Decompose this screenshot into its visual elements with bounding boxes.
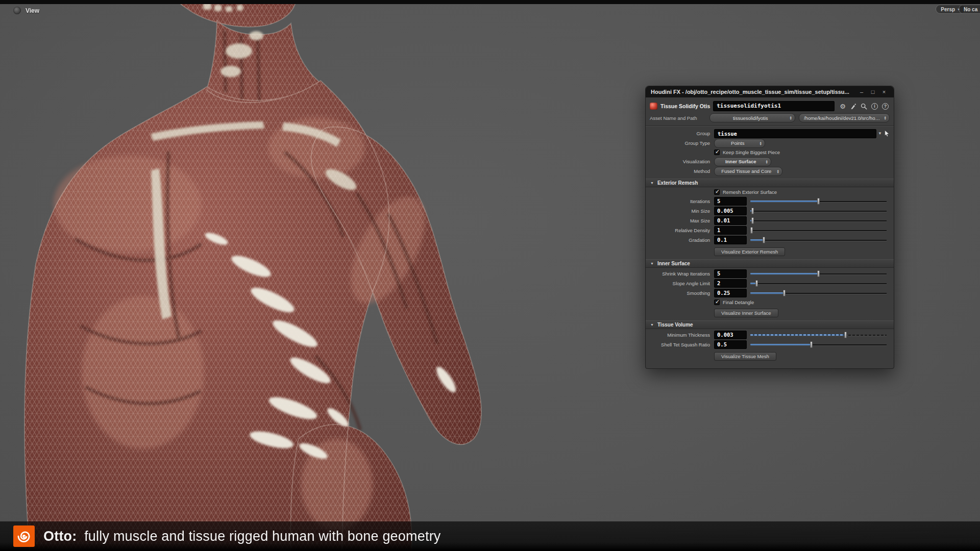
persp-label: Persp: [941, 7, 955, 12]
gear-icon[interactable]: ⚙: [840, 103, 846, 110]
gradation-value-field[interactable]: 0.1: [714, 236, 747, 244]
gradation-slider[interactable]: [750, 236, 887, 244]
group-input[interactable]: tissue: [714, 129, 876, 138]
slider-handle[interactable]: [817, 198, 820, 205]
param-label: Max Size: [650, 218, 714, 223]
slider-track: [750, 220, 887, 222]
slider-handle[interactable]: [751, 217, 754, 224]
group-label: Group: [650, 131, 714, 136]
spinner-icon[interactable]: [884, 116, 887, 120]
button-row: Visualize Inner Surface: [714, 308, 890, 317]
remesh-exterior-surface-checkbox-row[interactable]: Remesh Exterior Surface: [714, 189, 890, 195]
asset-name-select[interactable]: tissuesolidifyotis: [709, 113, 795, 122]
smoothing-value-field[interactable]: 0.25: [714, 289, 747, 297]
min-size-slider[interactable]: [750, 207, 887, 215]
caption-text: Otto: fully muscle and tissue rigged hum…: [43, 529, 441, 544]
min-size-value-field[interactable]: 0.005: [714, 207, 747, 215]
checkbox-checked-icon[interactable]: [714, 299, 720, 305]
final-detangle-checkbox-label: Final Detangle: [723, 299, 754, 305]
visualization-select[interactable]: Inner Surface: [714, 157, 771, 166]
slider-handle[interactable]: [763, 237, 765, 243]
node-type-label: Tissue Solidify Otis: [660, 103, 710, 109]
relative-density-value-field[interactable]: 1: [714, 226, 747, 235]
slope-angle-limit-slider[interactable]: [750, 280, 887, 287]
minimum-thickness-slider[interactable]: [750, 331, 887, 339]
shell-tet-squash-ratio-slider[interactable]: [750, 341, 887, 348]
group-type-select[interactable]: Points: [714, 139, 765, 148]
max-size-slider[interactable]: [750, 217, 887, 224]
group-select-pointer-icon[interactable]: [885, 130, 890, 138]
slope-angle-limit-value-field[interactable]: 2: [714, 279, 747, 288]
slider-fill: [750, 239, 764, 241]
method-row: Method Fused Tissue and Core: [650, 167, 890, 176]
button-row: Visualize Tissue Mesh: [714, 351, 890, 361]
slider-fill: [750, 292, 785, 294]
param-label: Min Size: [650, 208, 714, 214]
section-header-inner-surface[interactable]: Inner Surface: [646, 259, 894, 268]
window-titlebar[interactable]: Houdini FX - /obj/otto_recipe/otto_muscl…: [646, 86, 894, 97]
asset-path-value: /home/kai/houdini/dev21.0/src/houdini/su…: [804, 115, 881, 121]
brush-icon[interactable]: [850, 103, 856, 110]
minimum-thickness-value-field[interactable]: 0.003: [714, 331, 747, 339]
magnifier-icon[interactable]: [861, 103, 867, 110]
checkbox-checked-icon[interactable]: [714, 189, 720, 195]
method-select[interactable]: Fused Tissue and Core: [714, 167, 782, 176]
slider-handle[interactable]: [817, 270, 820, 277]
section-header-tissue-volume[interactable]: Tissue Volume: [646, 320, 894, 329]
slider-handle[interactable]: [750, 227, 753, 234]
collapse-triangle-icon: [650, 262, 654, 265]
spinner-icon[interactable]: [777, 169, 779, 173]
close-button[interactable]: ×: [879, 86, 889, 97]
spinner-icon[interactable]: [790, 116, 792, 120]
group-type-row: Group Type Points: [650, 139, 890, 147]
caption-bar: Otto: fully muscle and tissue rigged hum…: [0, 521, 980, 551]
visualization-row: Visualization Inner Surface: [650, 157, 890, 166]
slider-handle[interactable]: [783, 290, 786, 296]
keep-single-checkbox-row[interactable]: Keep Single Biggest Piece: [714, 149, 890, 156]
node-name-input[interactable]: tissuesolidifyotis1: [713, 101, 835, 111]
asset-path-select[interactable]: /home/kai/houdini/dev21.0/src/houdini/su…: [799, 113, 890, 122]
method-value: Fused Tissue and Core: [719, 168, 774, 174]
minimize-button[interactable]: –: [857, 86, 866, 97]
relative-density-slider[interactable]: [750, 227, 887, 234]
param-label: Relative Density: [650, 228, 714, 233]
spinner-icon[interactable]: [766, 160, 768, 164]
section-inner-surface: Inner SurfaceShrink Wrap Iterations5Slop…: [650, 259, 890, 317]
camera-button[interactable]: No ca: [959, 5, 980, 14]
window-title: Houdini FX - /obj/otto_recipe/otto_muscl…: [651, 89, 855, 95]
group-dropdown-arrow-icon[interactable]: ▼: [876, 131, 884, 136]
dialog-window: Houdini FX - /obj/otto_recipe/otto_muscl…: [645, 86, 894, 369]
spinner-icon[interactable]: [760, 141, 762, 145]
checkbox-checked-icon[interactable]: [714, 149, 720, 155]
group-type-value: Points: [719, 140, 756, 146]
button-row: Visualize Exterior Remesh: [714, 246, 890, 256]
param-row-smoothing: Smoothing0.25: [650, 289, 890, 297]
view-menu[interactable]: View: [13, 7, 39, 14]
visualize-tissue-mesh-button[interactable]: Visualize Tissue Mesh: [714, 352, 776, 361]
smoothing-slider[interactable]: [750, 289, 887, 297]
param-row-slope-angle-limit: Slope Angle Limit2: [650, 279, 890, 288]
section-header-exterior-remesh[interactable]: Exterior Remesh: [646, 179, 894, 187]
section-exterior-remesh: Exterior RemeshRemesh Exterior SurfaceIt…: [650, 179, 890, 256]
section-title: Inner Surface: [657, 261, 690, 266]
visualize-exterior-remesh-button[interactable]: Visualize Exterior Remesh: [714, 247, 785, 256]
shell-tet-squash-ratio-value-field[interactable]: 0.5: [714, 340, 747, 349]
slider-handle[interactable]: [751, 208, 754, 214]
info-icon[interactable]: i: [871, 103, 878, 110]
help-icon[interactable]: ?: [882, 103, 889, 110]
shrink-wrap-iterations-slider[interactable]: [750, 270, 887, 278]
shrink-wrap-iterations-value-field[interactable]: 5: [714, 269, 747, 278]
visualization-label: Visualization: [650, 159, 714, 164]
slider-handle[interactable]: [755, 280, 758, 287]
final-detangle-checkbox-row[interactable]: Final Detangle: [714, 299, 890, 306]
iterations-value-field[interactable]: 5: [714, 197, 747, 206]
visualize-inner-surface-button[interactable]: Visualize Inner Surface: [714, 309, 778, 317]
section-title: Exterior Remesh: [657, 180, 698, 186]
maximize-button[interactable]: □: [868, 86, 877, 97]
asset-label: Asset Name and Path: [650, 115, 706, 121]
slider-handle[interactable]: [844, 332, 847, 338]
iterations-slider[interactable]: [750, 197, 887, 205]
param-label: Iterations: [650, 198, 714, 204]
max-size-value-field[interactable]: 0.01: [714, 216, 747, 225]
slider-handle[interactable]: [810, 341, 813, 348]
